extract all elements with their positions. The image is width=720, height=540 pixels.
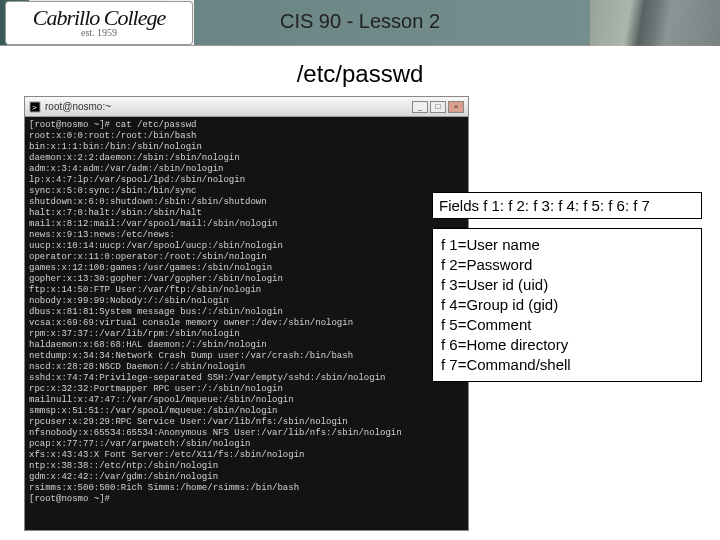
minimize-button[interactable]: _ bbox=[412, 101, 428, 113]
fields-legend-box: f 1=User namef 2=Passwordf 3=User id (ui… bbox=[432, 228, 702, 382]
close-button[interactable]: × bbox=[448, 101, 464, 113]
header-photo bbox=[590, 0, 720, 46]
fields-legend-item: f 5=Comment bbox=[441, 315, 693, 335]
fields-legend-item: f 7=Command/shell bbox=[441, 355, 693, 375]
terminal-window: > root@nosmo:~ _ □ × [root@nosmo ~]# cat… bbox=[24, 96, 469, 531]
fields-legend-item: f 6=Home directory bbox=[441, 335, 693, 355]
terminal-output: [root@nosmo ~]# cat /etc/passwd root:x:0… bbox=[25, 117, 468, 530]
fields-legend-item: f 4=Group id (gid) bbox=[441, 295, 693, 315]
logo-subtext: est. 1959 bbox=[81, 27, 117, 38]
terminal-titlebar: > root@nosmo:~ _ □ × bbox=[25, 97, 468, 117]
fields-legend-item: f 3=User id (uid) bbox=[441, 275, 693, 295]
course-title: CIS 90 - Lesson 2 bbox=[200, 10, 520, 33]
fields-header-text: Fields f 1: f 2: f 3: f 4: f 5: f 6: f 7 bbox=[439, 197, 650, 214]
slide-title: /etc/passwd bbox=[0, 60, 720, 88]
fields-legend-item: f 1=User name bbox=[441, 235, 693, 255]
logo-text: Cabrillo College bbox=[33, 9, 166, 27]
terminal-title: root@nosmo:~ bbox=[45, 101, 111, 112]
terminal-icon: > bbox=[29, 101, 41, 113]
fields-header-box: Fields f 1: f 2: f 3: f 4: f 5: f 6: f 7 bbox=[432, 192, 702, 219]
slide-header: Cabrillo College est. 1959 CIS 90 - Less… bbox=[0, 0, 720, 46]
fields-legend-item: f 2=Password bbox=[441, 255, 693, 275]
college-logo: Cabrillo College est. 1959 bbox=[6, 2, 192, 44]
svg-text:>: > bbox=[32, 103, 37, 112]
window-buttons: _ □ × bbox=[412, 101, 464, 113]
maximize-button[interactable]: □ bbox=[430, 101, 446, 113]
